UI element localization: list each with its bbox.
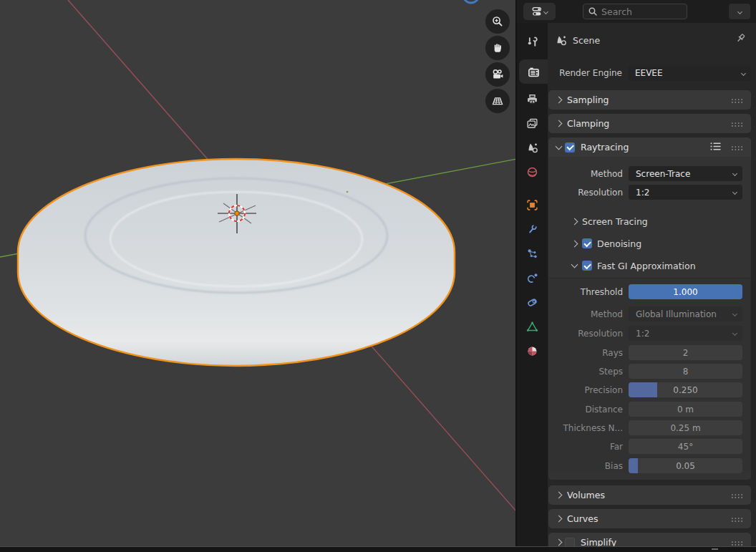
particles-icon [526,248,538,260]
constraints-icon [526,296,538,309]
threshold-slider[interactable]: 1.000 [629,284,742,299]
chevron-down-icon [741,70,746,75]
material-icon [526,345,538,357]
world-properties-icon [526,166,538,178]
viewport-canvas [0,0,517,546]
tab-material[interactable] [517,339,548,363]
bias-slider: 0.05 [629,458,742,473]
panel-grip[interactable] [731,117,743,130]
properties-editor-icon [532,6,542,17]
chevron-down-icon [556,142,563,150]
resize-handle-nub[interactable] [712,548,718,550]
denoising-checkbox[interactable] [582,238,592,248]
pin-icon [734,32,747,45]
distance-field: 0 m [629,402,742,417]
properties-tab-strip [517,23,548,552]
raytracing-method-row: Method Screen-Trace [548,166,742,181]
render-engine-label: Render Engine [548,68,628,78]
presets-button[interactable] [710,140,722,154]
chevron-right-icon [556,120,563,127]
steps-field: 8 [629,364,742,379]
gi-resolution-dropdown: 1:2 [629,326,742,341]
tab-scene[interactable] [517,135,548,160]
render-engine-dropdown[interactable]: EEVEE [628,66,751,81]
viewport-camera-button[interactable] [485,62,510,87]
search-input[interactable] [601,6,673,17]
raytracing-checkbox[interactable] [565,142,575,152]
steps-label: Steps [548,367,629,377]
tab-particles[interactable] [517,241,548,266]
panel-grip[interactable] [731,512,743,526]
chevron-down-icon [732,190,737,195]
tab-output[interactable] [517,87,548,111]
object-origin [235,211,239,216]
editor-type-button[interactable] [523,3,556,20]
far-field: 45° [629,439,742,454]
fast-gi-row-method: Method Global Illumination [548,306,742,321]
panel-grip[interactable] [731,140,743,154]
chevron-down-icon [737,9,742,14]
rays-label: Rays [548,348,629,358]
raytracing-method-dropdown[interactable]: Screen-Trace [629,166,742,181]
panel-header-clamping[interactable]: Clamping [548,114,751,133]
zoom-icon [491,15,504,28]
panel-header-sampling[interactable]: Sampling [548,90,751,110]
pan-hand-icon [491,42,504,54]
panel-header-volumes[interactable]: Volumes [548,485,751,505]
viewport-perspective-button[interactable] [485,89,510,113]
bias-label: Bias [548,461,629,471]
panel-header-raytracing[interactable]: Raytracing [548,137,751,157]
search-field[interactable] [583,4,687,19]
tab-view-layer[interactable] [517,111,548,135]
tab-constraints[interactable] [517,290,548,314]
3d-viewport[interactable] [0,0,517,546]
header-menu-button[interactable] [729,4,750,19]
subpanel-fast-gi[interactable]: Fast GI Approximation [572,259,751,272]
viewport-pan-button[interactable] [485,36,510,60]
thickness-field: 0.25 m [629,420,742,435]
fast-gi-row-threshold: Threshold 1.000 [548,284,742,299]
raytracing-resolution-row: Resolution 1:2 [548,185,742,200]
fast-gi-row-steps: Steps 8 [548,364,742,379]
rays-field: 2 [629,345,742,360]
subpanel-screen-tracing[interactable]: Screen Tracing [572,215,751,228]
breadcrumb-scene-label: Scene [573,35,600,46]
render-properties-icon [528,66,540,78]
chevron-down-icon [732,331,737,336]
fast-gi-checkbox[interactable] [582,261,592,271]
tab-physics[interactable] [517,266,548,290]
chevron-right-icon [571,218,578,225]
raytracing-body: Method Screen-Trace Resolution 1:2 [548,157,751,480]
gi-method-dropdown: Global Illumination [629,306,742,321]
raytracing-resolution-dropdown[interactable]: 1:2 [629,185,742,200]
fast-gi-row-rays: Rays 2 [548,345,742,360]
small-object-dot [346,191,349,193]
chevron-right-icon [556,539,563,546]
tool-icon [526,36,538,48]
fast-gi-row-far: Far 45° [548,439,742,454]
output-properties-icon [526,93,538,105]
tab-world[interactable] [517,160,548,184]
subpanel-denoising[interactable]: Denoising [572,237,751,250]
tab-tool[interactable] [517,29,548,54]
tab-render[interactable] [519,59,548,84]
view-layer-icon [526,117,538,130]
camera-view-icon [491,68,504,81]
render-engine-row: Render Engine EEVEE [548,65,756,81]
distance-label: Distance [548,405,629,415]
chevron-down-icon [571,261,578,268]
panel-grip[interactable] [731,93,743,107]
tab-modifiers[interactable] [517,217,548,241]
gi-resolution-label: Resolution [548,329,629,339]
tab-object-data[interactable] [517,314,548,339]
panel-raytracing: Raytracing Method Screen-Trace [548,137,751,480]
chevron-right-icon [556,492,563,499]
physics-icon [526,272,538,284]
pin-button[interactable] [734,32,747,48]
panel-header-curves[interactable]: Curves [548,509,751,528]
panel-grip[interactable] [731,488,743,502]
tab-object[interactable] [517,193,548,217]
blender-window: Scene Render Engine EEVEE [0,0,756,552]
properties-editor: Scene Render Engine EEVEE [517,0,756,552]
viewport-zoom-button[interactable] [485,9,510,34]
